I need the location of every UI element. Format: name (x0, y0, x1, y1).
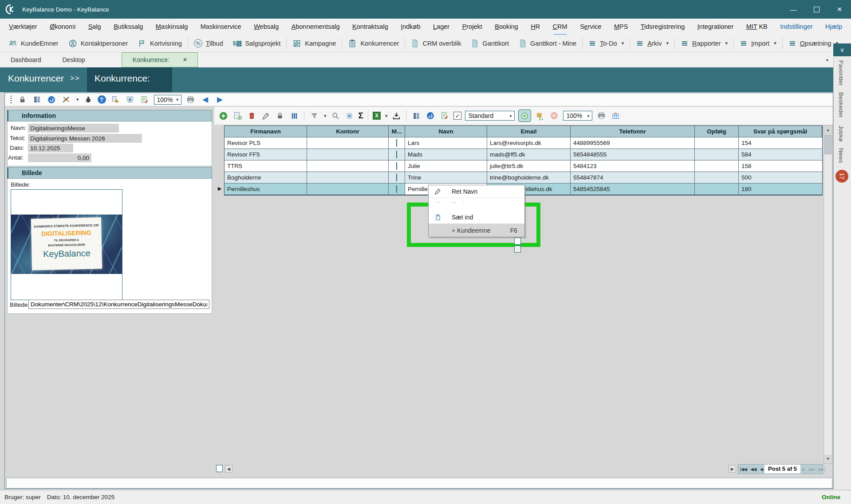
lock-icon[interactable] (17, 94, 28, 105)
menu-item-mps[interactable]: MPS (614, 21, 628, 32)
column-header-m[interactable]: M... (389, 126, 405, 137)
ribbon-import-menu[interactable]: Import ▾ (735, 39, 781, 47)
search-icon[interactable] (330, 110, 341, 121)
dock-item-beskeder[interactable]: Beskeder (838, 92, 844, 117)
menu-item-ret-navn[interactable]: Ret Navn (429, 185, 524, 198)
refresh-icon[interactable] (46, 94, 57, 105)
minimize-button[interactable]: — (782, 0, 805, 19)
menu-item-tidsregistrering[interactable]: Tidsregistrering (641, 21, 685, 32)
antal-field[interactable] (28, 153, 91, 162)
ribbon-konkurrencer-button[interactable]: Konkurrencer (343, 39, 404, 48)
ribbon-tilbud-button[interactable]: % Tilbud (189, 39, 228, 47)
ribbon-ganttkort-mine-button[interactable]: Ganttkort - Mine (514, 39, 581, 48)
add-view-button[interactable] (518, 109, 531, 122)
last-record-button[interactable]: ▶▶| (816, 467, 827, 472)
grid-zoom-select[interactable]: 100%▾ (563, 111, 592, 121)
ribbon-kontaktpersoner-button[interactable]: Kontaktpersoner (63, 39, 133, 48)
column-header-email[interactable]: Email (487, 126, 571, 137)
checkbox-toggle-icon[interactable]: ✓ (453, 112, 461, 120)
billede-path-field[interactable] (28, 300, 209, 309)
navigate-back-icon[interactable]: ◀ (200, 94, 211, 105)
menu-item-hr[interactable]: HR (531, 21, 540, 32)
tab-dashboard[interactable]: Dashboard (0, 52, 52, 67)
column-header-navn[interactable]: Navn (405, 126, 487, 137)
scroll-up-icon[interactable]: ▲ (824, 126, 832, 134)
hscroll-left-icon[interactable]: ◀ (225, 465, 232, 473)
prev-page-button[interactable]: ◀◀ (749, 467, 758, 472)
import-screen-icon[interactable] (125, 94, 135, 105)
close-tab-icon[interactable]: × (183, 56, 187, 64)
debug-bug-icon[interactable] (83, 94, 94, 105)
select-region-icon[interactable] (344, 110, 355, 121)
row-checkbox[interactable] (396, 162, 397, 170)
tools-icon[interactable] (61, 94, 71, 105)
edit-list-icon[interactable] (139, 94, 150, 105)
menu-item-maskinservice[interactable]: Maskinservice (201, 21, 241, 32)
next-record-button[interactable]: ▶ (800, 467, 807, 472)
scrollbar-thumb[interactable] (824, 135, 831, 154)
column-header-firmanavn[interactable]: Firmanavn (225, 126, 307, 137)
tab-konkurrence[interactable]: Konkurrence: × (122, 52, 198, 67)
column-header-telefonnr[interactable]: Telefonnr (571, 126, 695, 137)
row-checkbox[interactable] (396, 139, 397, 147)
edit-list-icon[interactable] (439, 110, 450, 121)
menu-item-websalg[interactable]: Websalg (254, 21, 279, 32)
add-record-icon[interactable] (218, 110, 229, 121)
table-row[interactable]: TTR5 Julie julie@ttr5.dk 5484123 158 (225, 160, 822, 172)
menu-item-saet-ind[interactable]: Sæt ind (429, 211, 524, 224)
column-header-kontonr[interactable]: Kontonr (307, 126, 389, 137)
scroll-down-icon[interactable]: ▼ (824, 455, 832, 463)
grid-profile-select[interactable]: Standard▾ (465, 111, 515, 121)
edit-pen-icon[interactable] (260, 110, 271, 121)
menu-item-okonomi[interactable]: Økonomi (50, 21, 75, 32)
prev-record-button[interactable]: ◀ (758, 467, 764, 472)
dock-item-news[interactable]: News (838, 148, 844, 163)
first-record-button[interactable]: |◀◀ (738, 467, 749, 472)
menu-item-indstillinger[interactable]: Indstillinger (780, 21, 812, 32)
refresh-icon[interactable] (425, 110, 436, 121)
menu-item-indkob[interactable]: Indkøb (401, 21, 420, 32)
menu-item-crm[interactable]: CRM (553, 21, 567, 32)
menu-item-service[interactable]: Service (580, 21, 601, 32)
import-tray-icon[interactable] (391, 110, 402, 121)
delete-record-icon[interactable] (246, 110, 257, 121)
news-count-badge[interactable]: 17 (835, 170, 848, 183)
menu-item-mit-kb[interactable]: MIT KB (746, 21, 768, 32)
menu-item-salg[interactable]: Salg (88, 21, 101, 32)
row-checkbox[interactable] (396, 151, 397, 158)
ribbon-crm-overblik-button[interactable]: CRM overblik (406, 39, 466, 48)
printer-icon[interactable] (185, 94, 196, 105)
row-checkbox[interactable] (396, 174, 397, 181)
help-icon[interactable]: ? (98, 95, 106, 104)
ribbon-kampagne-button[interactable]: Kampagne (288, 39, 341, 48)
tab-overflow-icon[interactable]: ▾ (826, 58, 828, 63)
menu-item-projekt[interactable]: Projekt (462, 21, 482, 32)
ribbon-arkiv-menu[interactable]: Arkiv ▾ (631, 39, 674, 47)
menu-item-integrationer[interactable]: Integrationer (697, 21, 733, 32)
printer-icon[interactable] (596, 110, 607, 121)
maximize-button[interactable] (805, 0, 828, 19)
breadcrumb-root[interactable]: Konkurrencer (8, 73, 64, 84)
menu-item-booking[interactable]: Booking (495, 21, 518, 32)
grid-vertical-scrollbar[interactable]: ▲ ▼ (823, 125, 832, 464)
chevron-down-icon[interactable]: ▾ (385, 113, 388, 119)
ribbon-kortvisning-button[interactable]: Kortvisning (133, 39, 187, 48)
column-header-opfolg[interactable]: Opfølg (695, 126, 739, 137)
ribbon-todo-menu[interactable]: To-Do ▾ (583, 39, 629, 47)
row-checkbox[interactable] (396, 185, 397, 193)
chevron-down-icon[interactable]: ▾ (324, 113, 327, 119)
navigate-forward-icon[interactable]: ▶ (215, 94, 225, 105)
menu-item-hjaelp[interactable]: Hjælp (825, 21, 842, 32)
table-row[interactable]: Revisor FF5 Mads mads@ff5.dk 5654848555 … (225, 149, 822, 160)
filter-funnel-icon[interactable] (309, 110, 319, 121)
data-table-icon[interactable] (411, 110, 422, 121)
ribbon-salgsprojekt-button[interactable]: $ Salgsprojekt (228, 40, 285, 47)
menu-item-lager[interactable]: Lager (433, 21, 449, 32)
ribbon-ganttkort-button[interactable]: Ganttkort (466, 39, 514, 48)
table-export-icon[interactable] (610, 110, 621, 121)
menu-item-kundeemne[interactable]: + Kundeemne F6 (429, 224, 524, 237)
form-zoom-select[interactable]: 100%▾ (154, 95, 181, 105)
close-button[interactable]: × (828, 0, 851, 19)
table-row[interactable]: Bogholderne Trine trine@bogholderne.dk 5… (225, 172, 822, 184)
tekst-field[interactable] (28, 134, 142, 143)
